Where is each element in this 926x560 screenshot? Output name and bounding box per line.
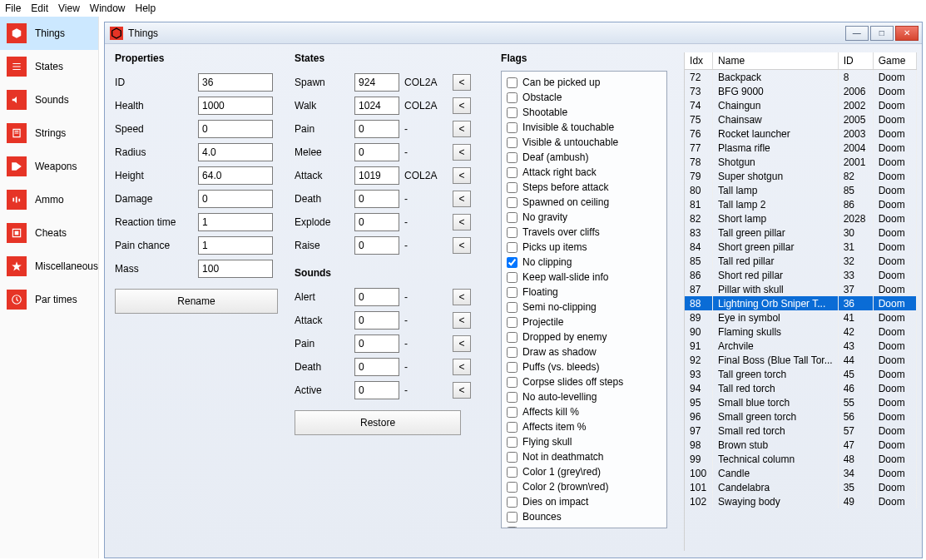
table-row[interactable]: 79Super shotgun82Doom xyxy=(685,169,917,183)
table-row[interactable]: 98Brown stub47Doom xyxy=(685,438,917,452)
sound-input-pain[interactable] xyxy=(354,335,399,353)
prop-input-reaction-time[interactable] xyxy=(198,213,273,231)
table-row[interactable]: 91Archvile43Doom xyxy=(685,339,917,353)
table-row[interactable]: 75Chainsaw2005Doom xyxy=(685,112,917,126)
flag-checkbox-picks-up-items[interactable] xyxy=(507,242,517,253)
sidebar-item-par-times[interactable]: Par times xyxy=(0,283,98,316)
table-row[interactable]: 96Small green torch56Doom xyxy=(685,409,917,424)
flag-checkbox-friendly[interactable] xyxy=(507,527,517,529)
flag-checkbox-no-gravity[interactable] xyxy=(507,212,517,223)
flag-checkbox-shootable[interactable] xyxy=(507,107,517,118)
flag-checkbox-puffs-vs-bleeds-[interactable] xyxy=(507,362,517,373)
prop-input-id[interactable] xyxy=(198,73,273,92)
flag-checkbox-visible-untouchable[interactable] xyxy=(507,137,517,148)
table-row[interactable]: 86Short red pillar33Doom xyxy=(685,268,917,282)
flag-checkbox-corpse-slides-off-steps[interactable] xyxy=(507,377,517,388)
state-input-melee[interactable] xyxy=(354,143,399,161)
state-goto-raise[interactable]: < xyxy=(453,237,471,254)
sidebar-item-strings[interactable]: Strings xyxy=(0,116,98,150)
state-input-death[interactable] xyxy=(354,190,399,208)
flag-checkbox-dropped-by-enemy[interactable] xyxy=(507,332,517,343)
flag-checkbox-projectile[interactable] xyxy=(507,317,517,328)
table-row[interactable]: 87Pillar with skull37Doom xyxy=(685,282,917,296)
flag-checkbox-can-be-picked-up[interactable] xyxy=(507,77,517,88)
sound-goto-alert[interactable]: < xyxy=(453,289,471,305)
table-row[interactable]: 72Backpack8Doom xyxy=(685,70,917,84)
menu-file[interactable]: File xyxy=(5,2,21,14)
table-row[interactable]: 84Short green pillar31Doom xyxy=(685,240,917,254)
flag-checkbox-no-auto-levelling[interactable] xyxy=(507,392,517,403)
flag-checkbox-no-clipping[interactable] xyxy=(507,257,517,268)
menu-window[interactable]: Window xyxy=(90,2,126,14)
flag-checkbox-spawned-on-ceiling[interactable] xyxy=(507,197,517,208)
flag-checkbox-semi-no-clipping[interactable] xyxy=(507,302,517,313)
table-row[interactable]: 82Short lamp2028Doom xyxy=(685,211,917,225)
flag-checkbox-floating[interactable] xyxy=(507,287,517,298)
prop-input-radius[interactable] xyxy=(198,143,273,161)
flag-checkbox-attack-right-back[interactable] xyxy=(507,167,517,178)
maximize-button[interactable]: □ xyxy=(870,26,894,41)
state-goto-spawn[interactable]: < xyxy=(453,74,471,91)
sidebar-item-cheats[interactable]: Cheats xyxy=(0,216,98,250)
prop-input-damage[interactable] xyxy=(198,190,273,208)
table-row[interactable]: 95Small blue torch55Doom xyxy=(685,395,917,409)
table-row[interactable]: 90Flaming skulls42Doom xyxy=(685,325,917,339)
table-row[interactable]: 93Tall green torch45Doom xyxy=(685,367,917,381)
sound-goto-death[interactable]: < xyxy=(453,359,471,375)
sound-input-active[interactable] xyxy=(354,381,399,399)
table-row[interactable]: 101Candelabra35Doom xyxy=(685,480,917,494)
flag-checkbox-flying-skull[interactable] xyxy=(507,437,517,448)
col-game[interactable]: Game xyxy=(874,52,917,69)
flag-checkbox-bounces[interactable] xyxy=(507,512,517,523)
flag-checkbox-color-1-grey-red-[interactable] xyxy=(507,467,517,478)
state-goto-explode[interactable]: < xyxy=(453,214,471,230)
state-input-pain[interactable] xyxy=(354,120,399,138)
state-goto-attack[interactable]: < xyxy=(453,167,471,184)
table-row[interactable]: 76Rocket launcher2003Doom xyxy=(685,126,917,141)
flag-checkbox-deaf-ambush-[interactable] xyxy=(507,152,517,163)
table-row[interactable]: 88Lightning Orb Sniper T...36Doom xyxy=(685,296,917,310)
table-row[interactable]: 73BFG 90002006Doom xyxy=(685,84,917,98)
table-row[interactable]: 77Plasma rifle2004Doom xyxy=(685,141,917,155)
state-goto-death[interactable]: < xyxy=(453,191,471,207)
state-input-walk[interactable] xyxy=(354,97,399,115)
flag-checkbox-affects-item-[interactable] xyxy=(507,422,517,433)
col-id[interactable]: ID xyxy=(839,52,874,69)
restore-button[interactable]: Restore xyxy=(295,410,461,435)
state-goto-walk[interactable]: < xyxy=(453,97,471,114)
table-row[interactable]: 99Technical column48Doom xyxy=(685,452,917,466)
sound-input-death[interactable] xyxy=(354,358,399,376)
sidebar-item-ammo[interactable]: Ammo xyxy=(0,183,98,216)
sidebar-item-weapons[interactable]: Weapons xyxy=(0,150,98,183)
menu-view[interactable]: View xyxy=(58,2,80,14)
table-row[interactable]: 80Tall lamp85Doom xyxy=(685,183,917,197)
table-row[interactable]: 81Tall lamp 286Doom xyxy=(685,197,917,211)
state-goto-melee[interactable]: < xyxy=(453,144,471,161)
minimize-button[interactable]: — xyxy=(845,26,869,41)
col-name[interactable]: Name xyxy=(713,52,839,69)
table-row[interactable]: 97Small red torch57Doom xyxy=(685,424,917,438)
close-button[interactable]: ✕ xyxy=(895,26,919,41)
flag-checkbox-dies-on-impact[interactable] xyxy=(507,497,517,508)
flag-checkbox-affects-kill-[interactable] xyxy=(507,407,517,418)
table-row[interactable]: 92Final Boss (Blue Tall Tor...44Doom xyxy=(685,353,917,367)
menu-help[interactable]: Help xyxy=(136,2,156,14)
table-row[interactable]: 100Candle34Doom xyxy=(685,466,917,480)
state-goto-pain[interactable]: < xyxy=(453,121,471,137)
flag-checkbox-keep-wall-slide-info[interactable] xyxy=(507,272,517,283)
prop-input-mass[interactable] xyxy=(198,260,273,278)
table-row[interactable]: 74Chaingun2002Doom xyxy=(685,98,917,112)
prop-input-height[interactable] xyxy=(198,166,273,185)
table-row[interactable]: 102Swaying body49Doom xyxy=(685,494,917,508)
table-row[interactable]: 89Eye in symbol41Doom xyxy=(685,310,917,325)
prop-input-health[interactable] xyxy=(198,97,273,115)
sidebar-item-states[interactable]: States xyxy=(0,50,98,83)
state-input-explode[interactable] xyxy=(354,213,399,231)
sound-goto-attack[interactable]: < xyxy=(453,312,471,329)
flag-checkbox-steps-before-attack[interactable] xyxy=(507,182,517,193)
sidebar-item-miscellaneous[interactable]: Miscellaneous xyxy=(0,250,98,283)
prop-input-speed[interactable] xyxy=(198,120,273,138)
sound-goto-active[interactable]: < xyxy=(453,382,471,399)
sidebar-item-sounds[interactable]: Sounds xyxy=(0,83,98,116)
flag-checkbox-invisible-touchable[interactable] xyxy=(507,122,517,133)
